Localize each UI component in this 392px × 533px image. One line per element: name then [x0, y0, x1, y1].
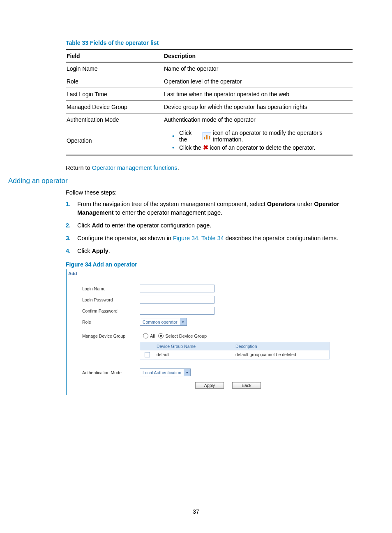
- table-row: Managed Device Group Device group for wh…: [66, 101, 353, 114]
- device-group-checkbox[interactable]: [145, 352, 150, 357]
- table-row: Login Name Name of the operator: [66, 62, 353, 75]
- intro-paragraph: Follow these steps:: [66, 189, 353, 196]
- table-row-operation: Operation Click the icon of an operator …: [66, 126, 353, 155]
- modify-icon: [203, 132, 212, 140]
- confirm-password-input[interactable]: [140, 307, 214, 315]
- operation-modify-bullet: Click the icon of an operator to modify …: [164, 130, 352, 143]
- chevron-down-icon: ▾: [184, 369, 190, 376]
- radio-all[interactable]: [143, 333, 148, 338]
- table-row: Last Login Time Last time when the opera…: [66, 88, 353, 101]
- label-manage-device-group: Manage Device Group: [82, 334, 140, 338]
- role-select[interactable]: Common operator ▾: [140, 318, 187, 326]
- authentication-mode-select[interactable]: Local Authentication ▾: [140, 368, 191, 376]
- device-group-header-desc: Description: [233, 342, 329, 350]
- delete-icon: ✖: [203, 144, 208, 151]
- table-33: Field Description Login Name Name of the…: [66, 49, 353, 155]
- apply-button[interactable]: Apply: [195, 382, 224, 389]
- table-row: Authentication Mode Authentication mode …: [66, 114, 353, 126]
- link-table-34[interactable]: Table 34: [201, 235, 224, 241]
- step-4: Click Apply.: [76, 247, 353, 255]
- radio-all-label: All: [150, 334, 155, 338]
- label-login-password: Login Password: [82, 297, 140, 302]
- operation-delete-bullet: Click the ✖ icon of an operator to delet…: [164, 144, 352, 151]
- device-group-table: Device Group Name Description default de…: [140, 342, 330, 359]
- table-33-header-description: Description: [163, 50, 353, 62]
- radio-select-device-group-label: Select Device Group: [165, 334, 207, 338]
- table-33-header-field: Field: [66, 50, 163, 62]
- label-login-name: Login Name: [82, 286, 140, 291]
- label-confirm-password: Confirm Password: [82, 308, 140, 313]
- step-3: Configure the operator, as shown in Figu…: [76, 234, 353, 243]
- form-title: Add: [67, 269, 353, 277]
- step-2: Click Add to enter the operator configur…: [76, 221, 353, 230]
- label-role: Role: [82, 320, 140, 324]
- page-number: 37: [0, 508, 392, 515]
- login-password-input[interactable]: [140, 296, 214, 304]
- table-row: Role Operation level of the operator: [66, 75, 353, 88]
- device-group-header-name: Device Group Name: [154, 342, 233, 350]
- steps-list: From the navigation tree of the system m…: [66, 200, 353, 255]
- login-name-input[interactable]: [140, 285, 214, 292]
- figure-34-caption: Figure 34 Add an operator: [66, 261, 353, 268]
- return-line: Return to Operator management functions.: [66, 165, 353, 171]
- device-group-row: default default group,cannot be deleted: [140, 350, 329, 359]
- link-figure-34[interactable]: Figure 34: [173, 235, 198, 241]
- heading-adding-an-operator: Adding an operator: [8, 177, 353, 185]
- chevron-down-icon: ▾: [180, 318, 187, 325]
- radio-select-device-group[interactable]: [158, 333, 164, 338]
- table-33-caption: Table 33 Fields of the operator list: [66, 39, 353, 46]
- step-1: From the navigation tree of the system m…: [76, 200, 353, 217]
- label-authentication-mode: Authentication Mode: [82, 370, 140, 375]
- back-button[interactable]: Back: [232, 382, 261, 389]
- link-operator-management-functions[interactable]: Operator management functions: [92, 165, 178, 171]
- figure-34-screenshot: Add Login Name Login Password Confirm Pa…: [66, 269, 353, 395]
